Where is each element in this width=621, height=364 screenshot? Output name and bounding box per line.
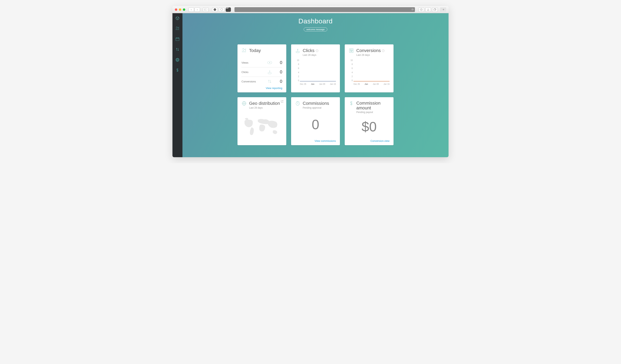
welcome-message-pill[interactable]: welcome message <box>304 27 327 31</box>
sidebar-item-analytics[interactable] <box>175 26 180 31</box>
traffic-lights <box>175 8 185 11</box>
sidebar-toggle-button[interactable] <box>203 7 208 12</box>
svg-point-15 <box>269 62 270 63</box>
today-row-views: Views 0 <box>242 58 282 67</box>
reload-icon[interactable]: ⟳ <box>412 8 414 11</box>
back-button[interactable]: ‹ <box>189 7 194 12</box>
card-subtitle: Last 28 days <box>356 54 384 56</box>
card-subtitle: Pending approval <box>303 106 329 109</box>
svg-point-8 <box>176 17 177 18</box>
tabs-button[interactable] <box>432 7 438 12</box>
card-clicks: Clicks i Last 28 days 1086420 Dec 26JanJ… <box>291 44 340 92</box>
chart-line <box>300 81 336 82</box>
svg-point-10 <box>177 19 178 19</box>
svg-point-21 <box>352 50 352 50</box>
sidebar-item-globe[interactable] <box>175 58 180 62</box>
extension-grammarly-icon[interactable]: G <box>212 7 218 12</box>
svg-text:G: G <box>214 9 215 11</box>
conversion-icon <box>259 79 280 84</box>
downloads-button[interactable] <box>418 7 424 12</box>
card-today: Today Views 0 Clicks 0 <box>238 44 286 92</box>
clock-icon <box>295 101 300 106</box>
svg-rect-0 <box>204 9 207 11</box>
extension-abp-icon[interactable]: ABP <box>226 7 231 12</box>
forward-button[interactable]: › <box>194 7 200 12</box>
browser-window: ‹ › G ABP ⟳ + <box>172 6 448 157</box>
maximize-window-button[interactable] <box>183 8 185 11</box>
commissions-value: 0 <box>295 109 336 139</box>
svg-rect-11 <box>176 38 179 41</box>
eye-icon <box>259 61 280 65</box>
info-icon[interactable]: i <box>316 50 318 52</box>
sidebar-item-payments[interactable] <box>175 68 180 72</box>
content-area: Dashboard welcome message Today <box>182 13 448 157</box>
click-icon <box>295 48 300 53</box>
conversions-chart: 1086420 Dec 26JanJan 09Jan 16 <box>349 59 390 85</box>
view-commissions-link[interactable]: View commissions <box>295 139 336 142</box>
svg-point-24 <box>245 118 248 120</box>
card-title: Commission amount <box>356 101 390 110</box>
sidebar-item-dashboard[interactable] <box>175 16 180 20</box>
clicks-chart: 1086420 Dec 26JanJan 09Jan 16 <box>295 59 336 85</box>
card-title: Geo distribution <box>249 101 280 106</box>
dollar-icon <box>349 101 354 106</box>
chart-up-icon <box>242 48 247 53</box>
svg-point-7 <box>176 17 179 20</box>
minimize-window-button[interactable] <box>179 8 181 11</box>
today-row-clicks: Clicks 0 <box>242 67 282 77</box>
titlebar: ‹ › G ABP ⟳ + <box>172 6 448 13</box>
new-tab-button[interactable]: + <box>441 7 446 12</box>
globe-icon <box>242 101 247 106</box>
sidebar-item-calendar[interactable] <box>175 37 180 41</box>
card-subtitle: Pending payout <box>356 111 390 114</box>
dashboard-grid: Today Views 0 Clicks 0 <box>238 44 394 145</box>
page-title: Dashboard <box>182 17 448 25</box>
card-conversions: Conversions i Last 28 days 1086420 Dec 2… <box>345 44 394 92</box>
app-sidebar <box>172 13 182 157</box>
address-bar[interactable]: ⟳ <box>234 7 415 12</box>
share-button[interactable] <box>425 7 431 12</box>
card-title: Clicks <box>303 48 314 53</box>
chart-line <box>354 81 390 82</box>
external-link-icon[interactable] <box>281 100 283 104</box>
card-title: Conversions <box>356 48 381 53</box>
info-icon[interactable]: i <box>382 50 384 52</box>
conversion-view-link[interactable]: Conversion.view <box>349 139 390 142</box>
commission-amount-value: $0 <box>349 114 390 139</box>
svg-point-19 <box>350 50 351 50</box>
card-subtitle: Last 28 days <box>249 106 280 109</box>
svg-point-9 <box>178 17 178 18</box>
card-geo: Geo distribution Last 28 days <box>238 97 286 145</box>
page-header: Dashboard welcome message <box>182 13 448 33</box>
world-map <box>242 112 282 142</box>
today-row-conversions: Conversions 0 <box>242 77 282 86</box>
sliders-icon <box>349 48 354 53</box>
view-reporting-link[interactable]: View reporting <box>242 87 282 90</box>
card-commission-amount: Commission amount Pending payout $0 Conv… <box>345 97 394 145</box>
svg-point-20 <box>351 51 351 52</box>
click-icon <box>259 70 280 74</box>
card-commissions: Commissions Pending approval 0 View comm… <box>291 97 340 145</box>
close-window-button[interactable] <box>175 8 177 11</box>
svg-rect-6 <box>434 9 435 10</box>
card-title: Today <box>249 48 261 53</box>
extension-shield-icon[interactable] <box>219 7 224 12</box>
card-subtitle: Last 28 days <box>303 54 318 56</box>
card-title: Commissions <box>303 101 329 106</box>
sidebar-item-transfers[interactable] <box>175 47 180 52</box>
